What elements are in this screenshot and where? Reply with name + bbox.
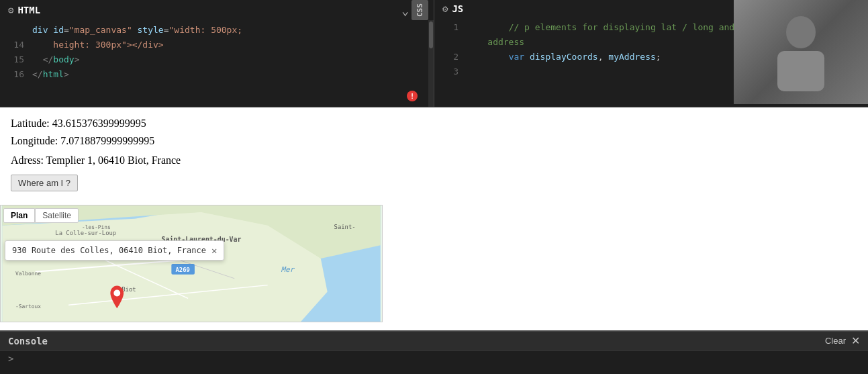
svg-text:Mer: Mer — [281, 265, 295, 274]
webcam-thumbnail — [734, 0, 868, 104]
console-input-row: > — [0, 350, 868, 367]
error-badge: ! — [407, 91, 418, 101]
svg-point-0 — [786, 16, 816, 48]
console-actions: Clear ✕ — [825, 334, 860, 347]
console-prompt: > — [8, 353, 13, 364]
preview-area: Latitude: 43.615376399999995 Longitude: … — [0, 107, 868, 330]
svg-point-20 — [113, 290, 120, 297]
svg-text:A269: A269 — [175, 267, 189, 273]
svg-rect-1 — [777, 51, 824, 91]
map-popup: 930 Route des Colles, 06410 Biot, France… — [5, 240, 224, 261]
longitude-display: Longitude: 7.0718879999999995 — [11, 133, 857, 149]
gear-icon: ⚙ — [8, 5, 13, 15]
console-header: Console Clear ✕ — [0, 332, 868, 350]
console-input[interactable] — [19, 353, 860, 364]
css-badge[interactable]: CSS — [412, 0, 428, 20]
editor-area: ⚙ HTML ⌄ CSS div id="map_canvas" style="… — [0, 0, 868, 107]
close-console-button[interactable]: ✕ — [851, 334, 860, 347]
svg-text:Valbonne: Valbonne — [15, 271, 41, 277]
svg-text:La Colle-sur-Loup: La Colle-sur-Loup — [55, 230, 116, 236]
popup-address-text: 930 Route des Colles, 06410 Biot, France — [12, 246, 206, 255]
map-controls: Plan Satellite — [3, 208, 79, 223]
clear-button[interactable]: Clear — [825, 336, 846, 346]
map-container: A269 La Colle-sur-Loup Saint-Laurent-du-… — [0, 205, 383, 322]
map-background[interactable]: A269 La Colle-sur-Loup Saint-Laurent-du-… — [1, 205, 382, 322]
latitude-display: Latitude: 43.615376399999995 — [11, 115, 857, 132]
console-area: Console Clear ✕ > — [0, 330, 868, 374]
js-panel: ⚙ JS 1 // p elements for displaying lat … — [434, 0, 868, 107]
html-panel: ⚙ HTML ⌄ CSS div id="map_canvas" style="… — [0, 0, 434, 107]
js-gear-icon: ⚙ — [442, 3, 448, 14]
svg-text:-Sartoux: -Sartoux — [15, 303, 41, 310]
person-silhouette — [767, 12, 834, 93]
html-code: div id="map_canvas" style="width: 500px;… — [0, 20, 434, 85]
js-tab-label[interactable]: JS — [452, 3, 463, 14]
address-display: Adress: Templier 1, 06410 Biot, France — [11, 154, 857, 167]
console-title: Console — [8, 336, 48, 346]
svg-text:-les-Pins: -les-Pins — [82, 224, 111, 230]
collapse-icon[interactable]: ⌄ — [401, 3, 409, 17]
where-am-i-button[interactable]: Where am I ? — [11, 175, 78, 191]
svg-text:Biot: Biot — [122, 287, 136, 293]
preview-content: Latitude: 43.615376399999995 Longitude: … — [0, 107, 868, 330]
html-tab-label[interactable]: HTML — [17, 5, 40, 15]
popup-close-btn[interactable]: ✕ — [211, 245, 217, 256]
html-scrollbar[interactable] — [428, 20, 434, 107]
svg-text:Saint-: Saint- — [334, 224, 356, 230]
map-tab-satellite[interactable]: Satellite — [35, 208, 79, 223]
map-tab-plan[interactable]: Plan — [3, 208, 35, 223]
